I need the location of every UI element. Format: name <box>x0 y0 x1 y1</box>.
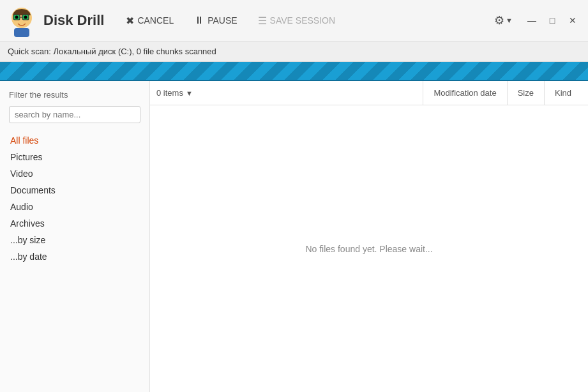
items-count: 0 items <box>156 88 183 98</box>
main-layout: Filter the results All files Pictures Vi… <box>0 81 588 392</box>
save-session-label: SAVE SESSION <box>270 15 335 26</box>
content-area: 0 items ▼ Modification date Size Kind No… <box>150 81 588 392</box>
filter-all-files[interactable]: All files <box>9 132 140 149</box>
status-text: Quick scan: Локальный диск (C:), 0 file … <box>8 47 216 56</box>
settings-dropdown-arrow: ▼ <box>506 17 513 24</box>
app-title: Disk Drill <box>43 12 104 29</box>
filter-by-size[interactable]: ...by size <box>9 232 140 248</box>
col-size[interactable]: Size <box>507 81 544 105</box>
save-icon: ☰ <box>258 15 267 27</box>
filter-audio[interactable]: Audio <box>9 199 140 215</box>
titlebar: Disk Drill ✖ CANCEL ⏸ PAUSE ☰ SAVE SESSI… <box>0 0 588 41</box>
filter-pictures[interactable]: Pictures <box>9 149 140 165</box>
pause-button[interactable]: ⏸ PAUSE <box>185 11 246 30</box>
status-bar: Quick scan: Локальный диск (C:), 0 file … <box>0 41 588 62</box>
svg-rect-6 <box>14 28 29 37</box>
filter-label: Filter the results <box>9 90 140 100</box>
empty-message: No files found yet. Please wait... <box>150 105 588 392</box>
minimize-button[interactable]: — <box>522 10 542 31</box>
cancel-label: CANCEL <box>137 15 174 26</box>
content-header: 0 items ▼ Modification date Size Kind <box>150 81 588 105</box>
col-modification-date[interactable]: Modification date <box>423 81 506 105</box>
scan-progress-bar <box>0 62 588 81</box>
pause-icon: ⏸ <box>194 15 204 26</box>
search-input[interactable] <box>9 106 140 123</box>
filter-video[interactable]: Video <box>9 165 140 182</box>
toolbar: ✖ CANCEL ⏸ PAUSE ☰ SAVE SESSION ⚙ ▼ <box>117 10 519 31</box>
cancel-button[interactable]: ✖ CANCEL <box>117 11 183 31</box>
col-kind[interactable]: Kind <box>544 81 582 105</box>
window-controls: — □ ✕ <box>522 10 583 31</box>
logo-area: Disk Drill <box>5 4 104 37</box>
cancel-icon: ✖ <box>126 15 134 27</box>
items-dropdown[interactable]: ▼ <box>186 89 193 97</box>
app-logo <box>5 4 38 37</box>
filter-by-date[interactable]: ...by date <box>9 248 140 265</box>
sidebar: Filter the results All files Pictures Vi… <box>0 81 150 392</box>
maximize-button[interactable]: □ <box>542 10 562 31</box>
filter-archives[interactable]: Archives <box>9 215 140 232</box>
svg-point-5 <box>24 16 27 19</box>
settings-button[interactable]: ⚙ ▼ <box>488 10 519 31</box>
svg-point-4 <box>15 16 19 19</box>
filter-documents[interactable]: Documents <box>9 182 140 199</box>
pause-label: PAUSE <box>207 15 237 26</box>
close-button[interactable]: ✕ <box>562 10 583 31</box>
settings-icon: ⚙ <box>494 13 504 27</box>
save-session-button[interactable]: ☰ SAVE SESSION <box>249 11 344 31</box>
